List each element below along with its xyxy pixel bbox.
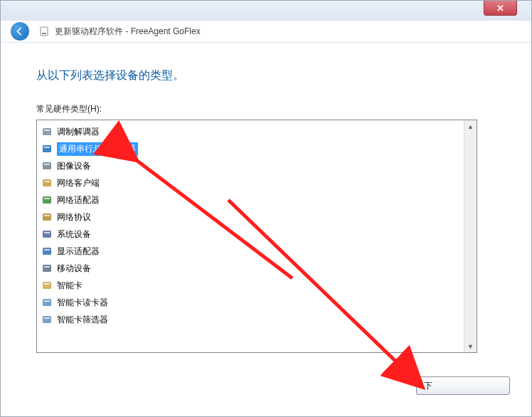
list-item-label: 智能卡筛选器 [57,314,108,326]
svg-rect-9 [44,181,50,182]
svg-rect-23 [44,300,50,302]
svg-rect-18 [43,265,51,272]
svg-rect-8 [43,179,51,186]
imaging-icon [41,160,53,171]
svg-rect-19 [44,266,50,268]
list-item[interactable]: 移动设备 [37,260,464,277]
list-item[interactable]: 网络协议 [37,208,464,226]
close-icon: ✕ [496,3,504,14]
network-adapter-icon [41,194,53,206]
svg-rect-25 [44,317,50,319]
list-label: 常见硬件类型(H): [36,103,503,115]
list-item[interactable]: 网络适配器 [37,191,464,208]
list-item-label: 调制解调器 [57,126,100,138]
list-item-label: 通用串行总线控制器 [57,142,138,156]
back-button[interactable] [11,22,29,41]
svg-rect-7 [44,164,50,165]
svg-rect-3 [44,130,50,131]
drive-icon [39,26,49,36]
smartcard-icon [41,280,53,291]
header-row: 更新驱动程序软件 - FreeAgent GoFlex [1,21,531,43]
svg-rect-0 [41,27,48,36]
next-button-label: 下 [424,380,432,392]
svg-rect-2 [43,128,51,135]
svg-rect-11 [44,198,50,199]
scrollbar[interactable]: ▲ ▼ [464,120,477,352]
list-item-label: 网络协议 [57,211,91,223]
svg-rect-5 [44,147,50,148]
close-button[interactable]: ✕ [484,1,517,16]
list-item[interactable]: 网络客户端 [37,174,464,191]
list-item[interactable]: 系统设备 [37,226,464,243]
svg-rect-4 [43,145,51,152]
network-client-icon [41,177,53,189]
usb-icon [41,143,53,154]
svg-rect-6 [43,162,51,169]
list-item[interactable]: 调制解调器 [37,123,464,140]
svg-rect-10 [43,196,51,204]
display-adapter-icon [41,246,53,257]
list-item-label: 智能卡读卡器 [57,297,108,309]
list-item-label: 网络客户端 [57,177,100,189]
svg-rect-1 [42,33,46,34]
list-item-label: 智能卡 [57,280,83,292]
list-item[interactable]: 智能卡 [37,277,464,294]
scroll-up-button[interactable]: ▲ [464,120,477,132]
list-item-label: 网络适配器 [57,194,100,206]
network-protocol-icon [41,211,53,223]
svg-rect-16 [43,248,51,255]
driver-update-window: ✕ 更新驱动程序软件 - FreeAgent GoFlex 从以下列表选择设备的… [0,0,532,417]
next-button[interactable]: 下 [416,376,510,395]
window-title: 更新驱动程序软件 - FreeAgent GoFlex [55,26,201,38]
list-item[interactable]: 图像设备 [37,157,464,174]
system-device-icon [41,228,53,240]
list-item-label: 移动设备 [57,263,91,275]
svg-rect-24 [43,316,51,323]
listbox-viewport[interactable]: 调制解调器通用串行总线控制器图像设备网络客户端网络适配器网络协议系统设备显示适配… [37,120,464,352]
svg-rect-22 [43,299,51,306]
list-item[interactable]: 显示适配器 [37,243,464,260]
svg-rect-21 [44,283,50,285]
smartcard-filter-icon [41,314,53,325]
scroll-track[interactable] [464,132,477,340]
list-item-label: 系统设备 [57,228,91,241]
list-item[interactable]: 智能卡读卡器 [37,294,464,311]
footer: 下 [1,368,531,416]
titlebar: ✕ [1,1,531,21]
list-item-label: 图像设备 [57,160,91,172]
svg-rect-14 [43,231,51,238]
page-heading: 从以下列表选择设备的类型。 [36,68,503,83]
svg-rect-15 [44,232,50,233]
svg-rect-17 [44,249,50,250]
smartcard-reader-icon [41,297,53,308]
svg-rect-12 [43,213,51,221]
mobile-device-icon [41,263,53,274]
back-arrow-icon [15,26,25,36]
svg-rect-13 [44,215,50,216]
hardware-type-listbox: 调制解调器通用串行总线控制器图像设备网络客户端网络适配器网络协议系统设备显示适配… [36,120,477,353]
list-item-label: 显示适配器 [57,246,100,258]
list-item[interactable]: 通用串行总线控制器 [37,140,464,157]
scroll-down-button[interactable]: ▼ [464,340,477,352]
svg-rect-20 [43,282,51,289]
modem-icon [41,126,53,137]
list-item[interactable]: 智能卡筛选器 [37,311,464,328]
dialog-body: 从以下列表选择设备的类型。 常见硬件类型(H): 调制解调器通用串行总线控制器图… [1,43,531,353]
